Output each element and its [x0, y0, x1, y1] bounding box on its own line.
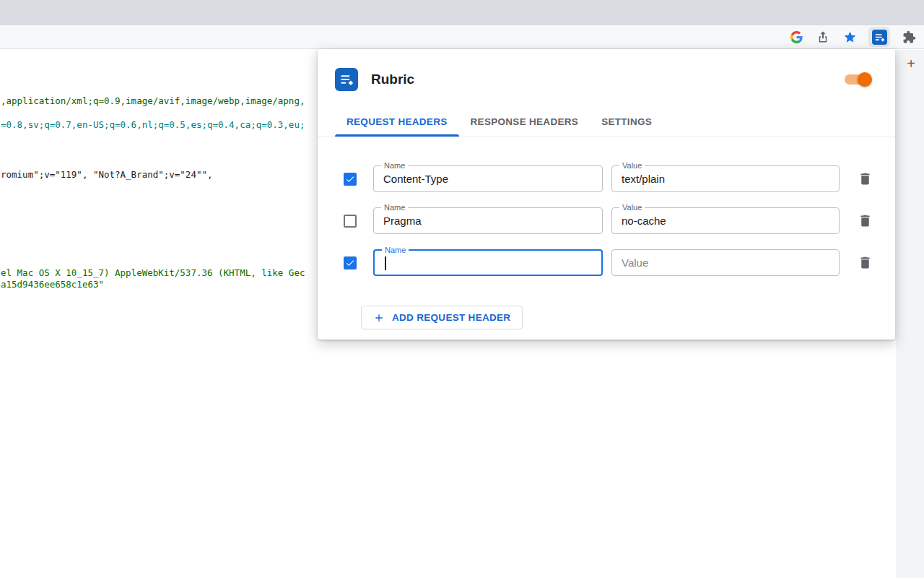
header-value-field: Value — [611, 207, 840, 234]
field-label: Value — [619, 202, 645, 212]
field-label: Name — [382, 245, 409, 255]
header-value-field: Value — [611, 165, 840, 192]
google-profile-button[interactable] — [788, 29, 804, 45]
browser-tabstrip — [0, 0, 924, 25]
field-label: Value — [619, 160, 645, 171]
tab-settings[interactable]: SETTINGS — [590, 107, 663, 137]
page-text-line: a15d9436ee658c1e63" — [1, 279, 104, 290]
google-g-icon — [790, 31, 803, 43]
page-text-line: el Mac OS X 10_15_7) AppleWebKit/537.36 … — [1, 267, 305, 278]
header-row: Name — [344, 249, 895, 276]
header-value-input[interactable] — [612, 166, 839, 191]
header-name-field: Name — [373, 207, 603, 234]
delete-row-button[interactable] — [855, 170, 874, 189]
row-enabled-checkbox[interactable] — [344, 256, 357, 269]
trash-icon — [858, 255, 873, 270]
enable-extension-toggle[interactable] — [845, 74, 871, 85]
popup-tabs: REQUEST HEADERS RESPONSE HEADERS SETTING… — [318, 107, 895, 137]
bookmark-star-button[interactable] — [842, 29, 858, 45]
row-enabled-checkbox[interactable] — [344, 215, 357, 228]
page-text-line: =0.8,sv;q=0.7,en-US;q=0.6,nl;q=0.5,es;q=… — [1, 119, 305, 130]
share-button[interactable] — [815, 29, 831, 45]
plus-icon — [373, 312, 385, 324]
trash-icon — [858, 171, 873, 186]
side-panel-add-button[interactable]: + — [903, 56, 919, 72]
header-value-input[interactable] — [612, 250, 839, 275]
header-name-field: Name — [373, 249, 603, 276]
star-icon — [843, 30, 857, 44]
check-icon — [345, 258, 355, 268]
browser-toolbar — [0, 25, 924, 49]
toggle-thumb — [858, 72, 872, 87]
add-request-header-button[interactable]: ADD REQUEST HEADER — [361, 306, 523, 329]
trash-icon — [858, 213, 873, 228]
header-name-input[interactable] — [374, 166, 602, 191]
field-label: Name — [381, 160, 408, 171]
popup-title: Rubric — [371, 72, 414, 87]
popup-header: Rubric — [318, 49, 895, 91]
header-row: Name Value — [344, 207, 895, 234]
page-text-line: romium";v="119", "Not?A_Brand";v="24"", — [1, 169, 213, 180]
rubric-app-icon — [335, 68, 358, 91]
extensions-menu-button[interactable] — [901, 29, 917, 45]
text-caret — [385, 256, 386, 270]
tab-request-headers[interactable]: REQUEST HEADERS — [335, 107, 459, 137]
delete-row-button[interactable] — [855, 212, 874, 230]
side-panel-rail: + — [897, 50, 924, 578]
page-text-line: ,application/xml;q=0.9,image/avif,image/… — [1, 95, 305, 106]
share-icon — [816, 30, 829, 43]
rubric-extension-icon — [872, 30, 887, 45]
header-name-field: Name — [373, 165, 603, 192]
header-value-field — [611, 249, 840, 276]
header-name-input[interactable] — [374, 208, 602, 233]
header-row: Name Value — [344, 165, 895, 192]
puzzle-icon — [902, 30, 916, 44]
delete-row-button[interactable] — [855, 254, 874, 272]
field-label: Name — [381, 202, 408, 212]
header-rows: Name Value Name — [318, 137, 895, 329]
check-icon — [345, 174, 355, 184]
rubric-extension-popup: Rubric REQUEST HEADERS RESPONSE HEADERS … — [318, 49, 895, 340]
add-request-header-label: ADD REQUEST HEADER — [392, 312, 510, 323]
row-enabled-checkbox[interactable] — [344, 173, 357, 186]
tab-response-headers[interactable]: RESPONSE HEADERS — [459, 107, 590, 137]
header-value-input[interactable] — [612, 208, 839, 233]
rubric-extension-button[interactable] — [868, 27, 890, 47]
